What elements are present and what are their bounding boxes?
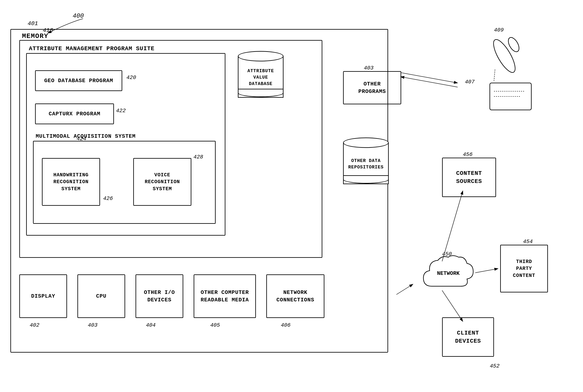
other-programs-box: OTHERPROGRAMS xyxy=(343,71,401,104)
odr-container: 440 OTHER DATA REPOSITORIES xyxy=(343,138,397,184)
other-programs-label: OTHERPROGRAMS xyxy=(358,80,386,96)
hwr-box: HANDWRITINGRECOGNITIONSYSTEM xyxy=(42,158,100,206)
display-box: DISPLAY xyxy=(19,274,67,318)
network-cloud-area: NETWORK xyxy=(419,253,477,296)
capturx-box: CAPTURX PROGRAM xyxy=(35,104,114,124)
memory-box: MEMORY 410 ATTRIBUTE MANAGEMENT PROGRAM … xyxy=(19,40,322,258)
geo-db-label: GEO DATABASE PROGRAM xyxy=(44,78,113,84)
svg-line-2 xyxy=(494,70,495,81)
capturx-label: CAPTURX PROGRAM xyxy=(49,111,100,117)
odr-cylinder-bottom xyxy=(343,175,389,184)
other-media-box: OTHER COMPUTERREADABLE MEDIA xyxy=(194,274,256,318)
cylinder-top xyxy=(238,51,284,62)
third-party-label: THIRDPARTYCONTENT xyxy=(513,258,535,279)
ref-428: 428 xyxy=(193,154,203,160)
computer-system-box: 401 MEMORY 410 ATTRIBUTE MANAGEMENT PROG… xyxy=(10,29,388,352)
ref-454: 454 xyxy=(523,238,533,245)
geo-db-box: GEO DATABASE PROGRAM xyxy=(35,70,122,91)
ref-404: 404 xyxy=(146,322,156,328)
ref-456: 456 xyxy=(463,152,473,158)
cylinder-body: ATTRIBUTE VALUE DATABASE xyxy=(238,56,284,98)
ref-450: 450 xyxy=(442,251,452,257)
content-sources-box: CONTENTSOURCES xyxy=(442,158,496,197)
amp-suite-box: ATTRIBUTE MANAGEMENT PROGRAM SUITE GEO D… xyxy=(26,53,225,236)
ref-422: 422 xyxy=(116,108,126,114)
other-io-box: OTHER I/ODEVICES xyxy=(136,274,183,318)
network-cloud-svg: NETWORK xyxy=(419,253,477,294)
stylus-container: 407 409 xyxy=(452,25,535,130)
third-party-box: THIRDPARTYCONTENT xyxy=(500,245,548,292)
amp-suite-label: ATTRIBUTE MANAGEMENT PROGRAM SUITE xyxy=(29,46,154,52)
network-connections-label: NETWORKCONNECTIONS xyxy=(276,289,314,304)
ref-406: 406 xyxy=(281,322,291,328)
svg-line-12 xyxy=(475,268,498,273)
odr-cylinder-top xyxy=(343,138,389,148)
cpu-box: CPU xyxy=(78,274,125,318)
network-connections-box: NETWORKCONNECTIONS xyxy=(266,274,324,318)
ref-410: 410 xyxy=(43,27,53,34)
odr-cylinder-body: OTHER DATA REPOSITORIES xyxy=(343,143,389,184)
ref-402: 402 xyxy=(30,322,40,328)
avdb-container: 430 ATTRIBUTE VALUE DATABASE xyxy=(238,51,292,98)
attribute-value-database: ATTRIBUTE VALUE DATABASE xyxy=(238,51,284,98)
display-label: DISPLAY xyxy=(31,292,55,300)
vrs-label: VOICERECOGNITIONSYSTEM xyxy=(145,172,180,192)
mas-box: MULTIMODAL ACQUISITION SYSTEM HANDWRITIN… xyxy=(33,141,216,224)
svg-line-8 xyxy=(401,72,458,83)
svg-line-9 xyxy=(401,77,458,87)
client-devices-box: CLIENTDEVICES xyxy=(442,317,494,357)
bottom-boxes-row: DISPLAY 402 CPU 403 OTHER I/ODEVICES 404 xyxy=(19,274,324,318)
ref-400: 400 xyxy=(73,12,84,20)
cpu-label: CPU xyxy=(96,292,107,300)
ref-409: 409 xyxy=(494,27,504,33)
content-sources-label: CONTENTSOURCES xyxy=(456,169,482,186)
ref-403-bottom: 403 xyxy=(88,322,98,328)
svg-line-11 xyxy=(442,191,463,261)
ref-426: 426 xyxy=(103,196,113,202)
other-media-label: OTHER COMPUTERREADABLE MEDIA xyxy=(201,289,249,304)
ref-403-top: 403 xyxy=(364,65,374,71)
ref-401: 401 xyxy=(28,20,38,27)
ref-420: 420 xyxy=(126,74,136,81)
network-cloud-label: NETWORK xyxy=(437,270,460,276)
odr-label: OTHER DATA REPOSITORIES xyxy=(348,158,384,171)
svg-line-10 xyxy=(396,284,413,294)
ref-407: 407 xyxy=(465,79,475,85)
other-io-label: OTHER I/ODEVICES xyxy=(144,289,175,304)
avdb-label: ATTRIBUTE VALUE DATABASE xyxy=(247,68,274,87)
ref-405: 405 xyxy=(210,322,220,328)
vrs-box: VOICERECOGNITIONSYSTEM xyxy=(133,158,191,206)
ref-452: 452 xyxy=(490,363,499,369)
cylinder-bottom-curve xyxy=(238,89,284,97)
hwr-label: HANDWRITINGRECOGNITIONSYSTEM xyxy=(53,172,89,192)
stylus-svg xyxy=(452,25,535,128)
ref-424: 424 xyxy=(77,136,86,142)
other-data-repositories: OTHER DATA REPOSITORIES xyxy=(343,138,389,184)
client-devices-label: CLIENTDEVICES xyxy=(455,329,481,345)
